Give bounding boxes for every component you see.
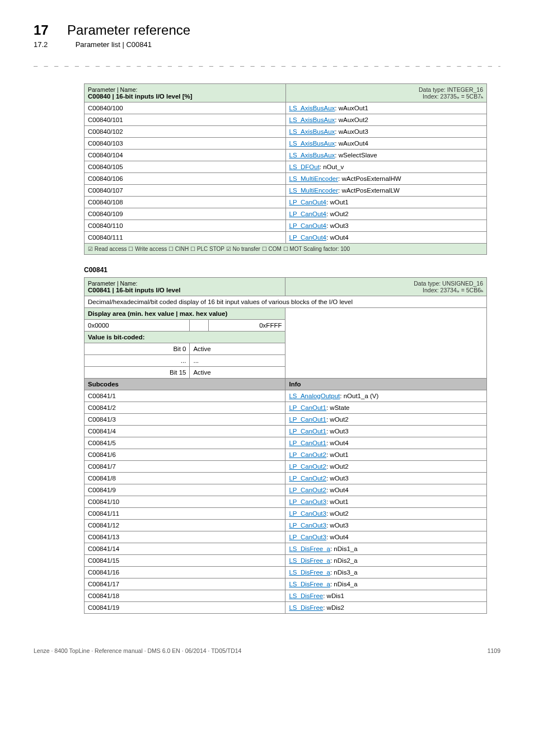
port-link[interactable]: LP_CanOut1 [289,404,326,411]
port-link[interactable]: LP_CanOut4 [289,234,327,241]
table-row: C00840/102LS_AxisBusAux: wAuxOut3 [85,126,487,138]
page-subheader: 17.2 Parameter list | C00841 [34,40,500,49]
param-info: LP_CanOut2: wOut2 [285,461,487,473]
param-label: Parameter | Name: [88,280,282,287]
bit-row-ellipsis: ... ... [85,355,487,367]
page-header: 17 Parameter reference [34,22,500,38]
table-row: C00841/17LS_DisFree_a: nDis4_a [85,578,487,590]
port-link[interactable]: LS_AxisBusAux [289,128,335,135]
port-link[interactable]: LP_CanOut4 [289,199,327,206]
bit-coded-label: Value is bit-coded: [88,334,145,340]
port-link[interactable]: LS_DFOut [289,164,320,170]
table-row: C00841/3LP_CanOut1: wOut2 [85,414,487,426]
table-row: C00841/10LP_CanOut3: wOut1 [85,496,487,508]
display-area-label: Display area (min. hex value | max. hex … [88,310,227,317]
ellipsis-value: ... [190,355,285,367]
port-link[interactable]: LP_CanOut1 [289,416,326,423]
port-link[interactable]: LS_DisFree [289,604,323,611]
table-row: C00840/107LS_MultiEncoder: wActPosExtern… [85,185,487,197]
port-link[interactable]: LP_CanOut2 [289,487,326,493]
param-info: LP_CanOut3: wOut3 [285,520,487,531]
port-link[interactable]: LS_MultiEncoder [289,187,339,194]
table-row: C00841/11LP_CanOut3: wOut2 [85,508,487,520]
param-info: LP_CanOut4: wOut2 [285,208,487,220]
param-table-c00840: Parameter | Name: C00840 | 16-bit inputs… [84,83,487,255]
port-link[interactable]: LP_CanOut3 [289,498,326,505]
table-header-row: Parameter | Name: C00840 | 16-bit inputs… [85,84,487,102]
page-footer: Lenze · 8400 TopLine · Reference manual … [34,647,500,654]
table-header-row: Parameter | Name: C00841 | 16-bit inputs… [85,278,487,296]
table-row: C00841/14LS_DisFree_a: nDis1_a [85,543,487,555]
param-info: LS_DisFree_a: nDis4_a [285,578,487,590]
param-code: C00841/13 [85,531,285,543]
port-link[interactable]: LP_CanOut3 [289,522,326,529]
param-code: C00841/12 [85,520,285,531]
table-row: C00841/13LP_CanOut3: wOut4 [85,531,487,543]
port-link[interactable]: LS_AxisBusAux [289,116,335,123]
param-code: C00841/4 [85,426,285,437]
param-code: C00840/102 [85,126,286,138]
bit-coded-header: Value is bit-coded: [85,332,487,343]
param-code: C00840/104 [85,150,286,161]
port-link[interactable]: LP_CanOut3 [289,510,326,517]
hex-range-row: 0x0000 0xFFFF [85,320,487,332]
section-label-c00841: C00841 [84,266,500,274]
port-link[interactable]: LP_CanOut1 [289,440,326,446]
param-info: LS_AxisBusAux: wAuxOut2 [285,114,487,126]
table-footer-row: ☑ Read access ☐ Write access ☐ CINH ☐ PL… [85,244,487,255]
port-link[interactable]: LP_CanOut4 [289,222,327,229]
param-code: C00841/17 [85,578,285,590]
param-info: LP_CanOut4: wOut1 [285,197,487,208]
table-row: C00840/109LP_CanOut4: wOut2 [85,208,487,220]
port-link[interactable]: LP_CanOut3 [289,534,326,540]
data-type-line: Data type: UNSIGNED_16 [289,280,483,287]
port-link[interactable]: LS_DisFree [289,592,323,599]
param-info: LP_CanOut2: wOut3 [285,473,487,484]
param-code: C00841/15 [85,555,285,567]
port-link[interactable]: LP_CanOut1 [289,428,326,435]
table-row: C00841/7LP_CanOut2: wOut2 [85,461,487,473]
port-link[interactable]: LS_AxisBusAux [289,105,335,111]
port-link[interactable]: LS_DisFree_a [289,557,330,564]
subcodes-header-row: Subcodes Info [85,379,487,390]
param-info: LS_AxisBusAux: wAuxOut4 [285,138,487,150]
data-type-line: Data type: INTEGER_16 [289,86,484,93]
param-info: LS_DisFree: wDis1 [285,590,487,602]
param-code: C00841/3 [85,414,285,426]
param-info: LS_AxisBusAux: wSelectSlave [285,150,487,161]
bit0-key: Bit 0 [85,343,190,355]
port-link[interactable]: LP_CanOut2 [289,475,326,482]
param-table-c00841: Parameter | Name: C00841 | 16-bit inputs… [84,277,487,614]
port-link[interactable]: LP_CanOut2 [289,451,326,458]
port-link[interactable]: LS_DisFree_a [289,581,330,587]
footer-page-number: 1109 [488,647,500,654]
port-link[interactable]: LS_AxisBusAux [289,152,335,158]
param-code: C00840/111 [85,232,286,244]
param-code: C00841/2 [85,402,285,414]
param-info: LS_DisFree: wDis2 [285,602,487,614]
param-info: LS_MultiEncoder: wActPosExternalLW [285,185,487,197]
param-info: LS_AxisBusAux: wAuxOut1 [285,102,487,114]
param-info: LP_CanOut3: wOut2 [285,508,487,520]
table-row: C00841/4LP_CanOut1: wOut3 [85,426,487,437]
param-name: C00841 | 16-bit inputs I/O level [88,287,282,293]
port-link[interactable]: LS_AxisBusAux [289,140,335,147]
port-link[interactable]: LP_CanOut2 [289,463,326,470]
param-code: C00841/14 [85,543,285,555]
param-info: LS_DFOut: nOut_v [285,161,487,173]
port-link[interactable]: LP_CanOut4 [289,211,327,217]
ellipsis-key: ... [85,355,190,367]
table-row: C00840/106LS_MultiEncoder: wActPosExtern… [85,173,487,185]
port-link[interactable]: LS_DisFree_a [289,545,330,552]
port-link[interactable]: LS_DisFree_a [289,569,330,576]
port-link[interactable]: LS_MultiEncoder [289,175,339,182]
param-info: LS_DisFree_a: nDis1_a [285,543,487,555]
table-row: C00841/16LS_DisFree_a: nDis3_a [85,567,487,578]
table-row: C00841/8LP_CanOut2: wOut3 [85,473,487,484]
param-code: C00840/106 [85,173,286,185]
table-row: C00840/105LS_DFOut: nOut_v [85,161,487,173]
bit15-value: Active [190,367,285,379]
param-code: C00840/110 [85,220,286,232]
access-flags: ☑ Read access ☐ Write access ☐ CINH ☐ PL… [88,246,350,252]
port-link[interactable]: LS_AnalogOutput [289,393,340,399]
